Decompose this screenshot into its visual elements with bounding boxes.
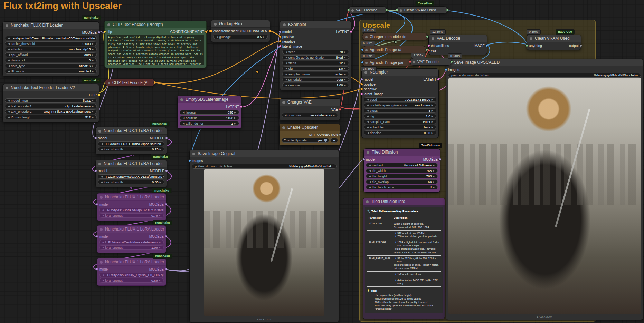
node-clean-vram-top[interactable]: Clean VRAM Used	[397, 6, 448, 14]
arrow-left-icon[interactable]: ◀	[102, 209, 104, 212]
input-port-model[interactable]	[360, 78, 363, 81]
input-port-anything[interactable]	[525, 44, 528, 47]
arrow-right-icon[interactable]: ▶	[433, 169, 435, 172]
node-header[interactable]: GuidageFlux	[211, 20, 270, 28]
arrow-right-icon[interactable]: ▶	[432, 131, 433, 134]
input-port-latent-image[interactable]	[279, 45, 282, 48]
arrow-left-icon[interactable]: ◀	[102, 214, 104, 217]
arrow-right-icon[interactable]: ▶	[344, 67, 346, 70]
collapse-dot-icon[interactable]	[107, 23, 110, 26]
arrow-right-icon[interactable]: ▶	[432, 126, 433, 129]
widget-cpu-offload[interactable]: ◀cpu_offloadauto▶	[5, 52, 97, 57]
arrow-right-icon[interactable]: ▶	[344, 78, 346, 81]
arrow-left-icon[interactable]: ◀	[8, 37, 10, 40]
widget-combo[interactable]: ◀FL\Concept\MysticXXX-v6.safetensors▶	[98, 174, 164, 179]
widget-scheduler[interactable]: ◀schedulerbeta▶	[364, 125, 436, 129]
widget-lora-strength[interactable]: ◀lora_strength0.20▶	[98, 147, 164, 151]
arrow-right-icon[interactable]: ▶	[344, 51, 346, 53]
node-lora-loader-2[interactable]: Nunchaku FLUX.1 LoRA Loader model MODÈLE…	[95, 160, 167, 187]
arrow-right-icon[interactable]: ▶	[333, 114, 335, 117]
arrow-left-icon[interactable]: ◀	[367, 131, 369, 134]
collapse-dot-icon[interactable]	[100, 228, 103, 231]
node-save-image-original[interactable]: Save Image Original images préfixe_du_no…	[189, 150, 339, 322]
widget-denoise[interactable]: ◀denoise1.00▶	[282, 83, 349, 87]
collapse-dot-icon[interactable]	[351, 9, 354, 12]
node-header[interactable]: Nunchaku FLUX DiT Loader	[3, 22, 99, 29]
arrow-right-icon[interactable]: ▶	[159, 214, 161, 217]
node-enable-upscaler[interactable]: Enable Upscaler OPT_CONNECTION Enable Up…	[279, 124, 340, 146]
collapse-dot-icon[interactable]	[180, 98, 183, 101]
arrow-right-icon[interactable]: ▶	[344, 62, 346, 65]
arrow-left-icon[interactable]: ◀	[8, 105, 10, 108]
node-header[interactable]: KSampler	[280, 21, 351, 28]
widget-text-encoder1[interactable]: ◀text_encoder1clip_l.safetensors▶	[5, 104, 97, 108]
output-port-model[interactable]	[164, 235, 167, 238]
output-port-vae[interactable]	[339, 108, 341, 111]
collapse-dot-icon[interactable]	[192, 153, 195, 155]
input-port-negative[interactable]	[360, 88, 363, 90]
widget-combo[interactable]: ◀svdquantint4CreartUltimate_nunchaku030V…	[5, 36, 97, 40]
arrow-left-icon[interactable]: ◀	[8, 65, 10, 67]
filename-prefix-field[interactable]: préfixe_du_nom_de_fichier %date:yyyy-MM-…	[192, 164, 337, 169]
widget-combo[interactable]: ◀FL\Styles1\Boris Vallejo BV flux D.safe…	[99, 208, 164, 212]
output-port-conditioning[interactable]	[153, 81, 156, 84]
node-lora-loader-1[interactable]: Nunchaku FLUX.1 LoRA Loader model MODÈLE…	[95, 127, 167, 155]
arrow-right-icon[interactable]: ▶	[160, 148, 161, 151]
widget-data-type[interactable]: ◀data_typebfloat16▶	[5, 63, 97, 68]
collapse-dot-icon[interactable]	[282, 126, 285, 129]
widget-t5-min-length[interactable]: ◀t5_min_length512▶	[5, 115, 97, 119]
node-charger-vae[interactable]: Charger VAE VAE ◀nom_vaeae.safetensors▶	[279, 98, 340, 120]
input-port-model[interactable]	[94, 137, 97, 139]
arrow-left-icon[interactable]: ◀	[101, 181, 103, 184]
widget-sampler-name[interactable]: ◀sampler_nameeuler▶	[282, 72, 349, 76]
widget-tile-overlap[interactable]: ◀tile_overlap64▶	[366, 179, 438, 184]
collapse-dot-icon[interactable]	[282, 101, 285, 104]
arrow-left-icon[interactable]: ◀	[183, 111, 184, 114]
input-port-clip[interactable]	[103, 30, 106, 33]
arrow-left-icon[interactable]: ◀	[102, 246, 104, 249]
widget-combo[interactable]: ◀FL\Tools\FLUX.1-Turbo-Alpha.safeten ...…	[98, 141, 164, 146]
arrow-left-icon[interactable]: ◀	[369, 175, 371, 178]
collapse-dot-icon[interactable]	[100, 196, 103, 199]
node-save-image-upscaled[interactable]: Save Image UPSCALED images préfixe_du_no…	[446, 59, 643, 320]
arrow-right-icon[interactable]: ▶	[92, 65, 94, 67]
node-lora-loader-3-bypassed[interactable]: Nunchaku FLUX.1 LoRA Loader model MODÈLE…	[97, 193, 166, 221]
arrow-left-icon[interactable]: ◀	[367, 104, 369, 107]
output-port-latent[interactable]	[350, 30, 352, 33]
arrow-left-icon[interactable]: ◀	[183, 117, 184, 119]
output-port[interactable]	[385, 9, 388, 11]
input-port-model[interactable]	[96, 268, 98, 271]
arrow-right-icon[interactable]: ▶	[234, 117, 236, 119]
arrow-right-icon[interactable]: ▶	[92, 105, 94, 108]
node-header[interactable]: EmptySD3LatentImage	[178, 96, 241, 103]
arrow-left-icon[interactable]: ◀	[285, 78, 287, 81]
arrow-left-icon[interactable]: ◀	[101, 148, 103, 151]
collapse-dot-icon[interactable]	[98, 130, 101, 133]
widget-cfg[interactable]: ◀cfg1.0▶	[364, 114, 436, 118]
arrow-left-icon[interactable]: ◀	[8, 53, 10, 56]
input-port[interactable]	[409, 60, 411, 63]
node-guidageflux[interactable]: GuidageFlux conditionnement CONDITIONNEM…	[211, 20, 270, 42]
collapse-dot-icon[interactable]	[364, 71, 367, 74]
arrow-left-icon[interactable]: ◀	[8, 99, 10, 102]
arrow-left-icon[interactable]: ◀	[102, 279, 104, 282]
arrow-left-icon[interactable]: ◀	[102, 241, 104, 244]
collapse-dot-icon[interactable]	[98, 163, 101, 165]
collapse-dot-icon[interactable]	[365, 36, 368, 38]
arrow-right-icon[interactable]: ▶	[433, 164, 435, 167]
output-port-model[interactable]	[165, 169, 168, 172]
arrow-right-icon[interactable]: ▶	[344, 56, 346, 59]
toggle-knob-icon[interactable]	[324, 139, 327, 142]
node-header[interactable]: VAE Decode	[429, 35, 487, 42]
arrow-right-icon[interactable]: ▶	[432, 98, 433, 101]
arrow-left-icon[interactable]: ◀	[367, 126, 369, 129]
node-emptysd3latentimage[interactable]: EmptySD3LatentImage LATENT ◀largeur896▶◀…	[177, 96, 242, 129]
widget-contr-le-apr-s-g-n-ration[interactable]: ◀contrôle après générationrandomize▶	[364, 103, 436, 107]
widget-cache-threshold[interactable]: ◀cache_threshold0.000▶	[5, 41, 97, 46]
arrow-right-icon[interactable]: ▶	[432, 109, 433, 112]
filename-prefix-field[interactable]: préfixe_du_nom_de_fichier %date:yyyy-MM-…	[448, 73, 641, 78]
arrow-right-icon[interactable]: ▶	[163, 175, 164, 178]
widget-contr-le-apr-s-g-n-ration[interactable]: ◀contrôle après générationfixed▶	[282, 55, 349, 60]
arrow-right-icon[interactable]: ▶	[263, 36, 265, 38]
widget-seed[interactable]: ◀seed70033617339609▶	[364, 97, 436, 102]
